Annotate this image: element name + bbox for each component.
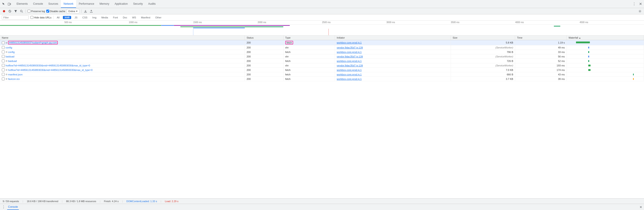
more-tools-button[interactable]: ⋮ bbox=[632, 1, 637, 7]
tab-sources[interactable]: Sources bbox=[46, 0, 61, 8]
dom-content-loaded: DOMContentLoaded: 1.33 s bbox=[126, 200, 157, 202]
row-checkbox[interactable] bbox=[2, 50, 5, 53]
type-cell: xhr bbox=[283, 54, 335, 59]
row-checkbox[interactable] bbox=[2, 59, 5, 62]
time-cell: 174 ms bbox=[515, 68, 566, 72]
waterfall-cell bbox=[566, 72, 644, 77]
inspect-element-button[interactable] bbox=[1, 1, 6, 7]
size-cell: 796 B bbox=[451, 50, 515, 54]
initiator-cell: vendor.9dac35d7.js:139 bbox=[335, 45, 451, 50]
preserve-log-checkbox-label[interactable]: Preserve log bbox=[28, 10, 45, 13]
row-checkbox[interactable] bbox=[2, 41, 5, 44]
waterfall-cell bbox=[566, 68, 644, 72]
tick-1500: 1500 ms bbox=[193, 21, 202, 24]
filter-type-media[interactable]: Media bbox=[100, 16, 110, 19]
record-button[interactable] bbox=[2, 9, 6, 14]
table-row[interactable]: ⊘hotflow?id=44856131450893030&mid=448561… bbox=[0, 68, 644, 72]
initiator-link[interactable]: workbox-core.prod.js:1 bbox=[337, 41, 362, 44]
search-button[interactable] bbox=[19, 9, 24, 14]
table-row[interactable]: ⊘config200fetchworkbox-core.prod.js:1796… bbox=[0, 50, 644, 54]
hide-data-urls-label[interactable]: Hide data URLs bbox=[30, 16, 52, 19]
tabs: Elements Console Sources Network Perform… bbox=[14, 0, 632, 8]
clear-button[interactable] bbox=[8, 9, 12, 14]
row-checkbox[interactable] bbox=[2, 73, 5, 76]
col-header-status[interactable]: Status bbox=[244, 35, 283, 40]
throttle-select[interactable]: Online ▼ bbox=[67, 9, 80, 14]
close-console-button[interactable]: ✕ bbox=[640, 205, 642, 209]
initiator-link[interactable]: workbox-core.prod.js:1 bbox=[337, 51, 362, 53]
filter-type-xhr[interactable]: XHR bbox=[63, 16, 71, 19]
tab-network[interactable]: Network bbox=[61, 0, 76, 8]
tab-console[interactable]: Console bbox=[30, 0, 46, 8]
waterfall-bar bbox=[588, 51, 589, 53]
row-checkbox[interactable] bbox=[2, 64, 5, 67]
console-menu-button[interactable]: ⋮ bbox=[2, 205, 5, 209]
filter-button[interactable] bbox=[14, 9, 18, 14]
size-cell: 3.7 KB bbox=[451, 77, 515, 81]
initiator-link[interactable]: workbox-core.prod.js:1 bbox=[337, 69, 362, 71]
tab-memory[interactable]: Memory bbox=[97, 0, 112, 8]
tab-bar: Elements Console Sources Network Perform… bbox=[0, 0, 644, 8]
tab-audits[interactable]: Audits bbox=[146, 0, 158, 8]
tab-elements[interactable]: Elements bbox=[14, 0, 30, 8]
tab-performance[interactable]: Performance bbox=[76, 0, 97, 8]
hide-data-urls-checkbox[interactable] bbox=[30, 16, 33, 19]
preserve-log-checkbox[interactable] bbox=[28, 10, 30, 13]
filter-type-css[interactable]: CSS bbox=[81, 16, 89, 19]
table-row[interactable]: hotflow?id=44856131450893030&mid=4485613… bbox=[0, 63, 644, 68]
table-row[interactable]: ⊘manifest.json200fetchworkbox-core.prod.… bbox=[0, 72, 644, 77]
filter-type-all[interactable]: All bbox=[55, 16, 61, 19]
console-bar: ⋮ Console ✕ bbox=[0, 204, 644, 210]
disable-cache-checkbox[interactable] bbox=[46, 10, 49, 13]
row-checkbox[interactable] bbox=[2, 46, 5, 49]
tab-application[interactable]: Application bbox=[112, 0, 130, 8]
mini-bar-6 bbox=[245, 27, 284, 27]
initiator-link[interactable]: workbox-core.prod.js:1 bbox=[337, 78, 362, 80]
col-header-time[interactable]: Time bbox=[515, 35, 566, 40]
table-row[interactable]: ⊘4485613145089303?sudaref=graph.qq.com20… bbox=[0, 40, 644, 45]
settings-button[interactable] bbox=[638, 9, 642, 14]
initiator-link[interactable]: workbox-core.prod.js:1 bbox=[337, 60, 362, 62]
filter-type-ws[interactable]: WS bbox=[130, 16, 138, 19]
initiator-link[interactable]: workbox-core.prod.js:1 bbox=[337, 73, 362, 76]
time-cell: 1.19 s bbox=[515, 40, 566, 45]
initiator-cell: workbox-core.prod.js:1 bbox=[335, 40, 451, 45]
row-checkbox[interactable] bbox=[2, 55, 5, 58]
export-button[interactable] bbox=[89, 9, 94, 14]
table-row[interactable]: baiduad200xhrvendor.9dac35d7.js:139(Serv… bbox=[0, 54, 644, 59]
time-cell: 33 ms bbox=[515, 50, 566, 54]
filter-type-other[interactable]: Other bbox=[154, 16, 163, 19]
tab-security[interactable]: Security bbox=[130, 0, 146, 8]
initiator-link[interactable]: vendor.9dac35d7.js:139 bbox=[337, 46, 363, 49]
circle-icon: ⊘ bbox=[6, 78, 8, 80]
svg-line-5 bbox=[22, 12, 23, 13]
circle-icon: ⊘ bbox=[6, 69, 8, 71]
table-row[interactable]: ⊘favicon.ico200fetchworkbox-core.prod.js… bbox=[0, 77, 644, 81]
col-header-type[interactable]: Type bbox=[283, 35, 335, 40]
row-checkbox[interactable] bbox=[2, 68, 5, 71]
filter-type-js[interactable]: JS bbox=[73, 16, 79, 19]
col-header-waterfall[interactable]: Waterfall bbox=[566, 35, 644, 40]
col-header-initiator[interactable]: Initiator bbox=[335, 35, 451, 40]
close-devtools-button[interactable]: ✕ bbox=[638, 1, 643, 7]
device-toolbar-button[interactable] bbox=[7, 1, 12, 7]
disable-cache-checkbox-label[interactable]: Disable cache bbox=[46, 10, 65, 13]
col-header-size[interactable]: Size bbox=[451, 35, 515, 40]
import-button[interactable] bbox=[83, 9, 88, 14]
initiator-link[interactable]: vendor.9dac35d7.js:139 bbox=[337, 55, 363, 58]
timeline-area: 500 ms 1000 ms 1500 ms 2000 ms 2500 ms 3… bbox=[0, 21, 644, 35]
filter-input[interactable] bbox=[2, 15, 29, 20]
requests-count: 9 / 59 requests bbox=[3, 200, 19, 202]
table-row[interactable]: ⊘baiduad200fetchworkbox-core.prod.js:172… bbox=[0, 59, 644, 63]
filter-type-img[interactable]: Img bbox=[91, 16, 98, 19]
initiator-link[interactable]: vendor.9dac35d7.js:139 bbox=[337, 64, 363, 67]
row-name-text: hotflow?id=44856131450893030&mid=4485613… bbox=[6, 64, 90, 67]
col-header-name[interactable]: Name bbox=[0, 35, 244, 40]
row-checkbox[interactable] bbox=[2, 77, 5, 80]
status-cell: 200 bbox=[244, 54, 283, 59]
filter-type-manifest[interactable]: Manifest bbox=[140, 16, 152, 19]
console-tab[interactable]: Console bbox=[7, 204, 19, 210]
filter-type-font[interactable]: Font bbox=[112, 16, 120, 19]
table-row[interactable]: config200xhrvendor.9dac35d7.js:139(Servi… bbox=[0, 45, 644, 50]
filter-type-doc[interactable]: Doc bbox=[121, 16, 129, 19]
